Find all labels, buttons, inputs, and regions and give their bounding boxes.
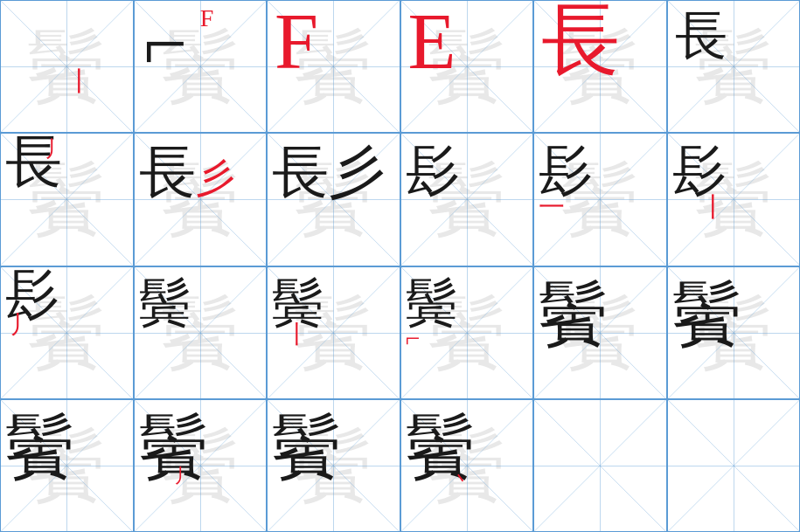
cell-24-empty bbox=[667, 399, 801, 532]
cell-11: 鬢 髟 一 bbox=[533, 133, 667, 266]
cell-16: 鬢 鬓 ⌐ bbox=[400, 266, 534, 399]
cell-6: 鬢 長 bbox=[667, 0, 801, 133]
cell-10: 鬢 髟 bbox=[400, 133, 534, 266]
svg-line-45 bbox=[534, 400, 665, 531]
cell-22: 鬢 鬢 丶 bbox=[400, 399, 534, 532]
cell-23-empty bbox=[533, 399, 667, 532]
cell-8: 鬢 長彡 bbox=[134, 133, 268, 266]
svg-line-44 bbox=[534, 400, 665, 531]
cell-21: 鬢 鬢 bbox=[267, 399, 400, 532]
cell-7: 鬢 長 丿 bbox=[0, 133, 134, 266]
cell-2: 鬢 ⌐ F bbox=[134, 0, 268, 133]
svg-line-47 bbox=[668, 400, 799, 531]
svg-line-46 bbox=[668, 400, 799, 531]
cell-14: 鬢 鬓 bbox=[134, 266, 268, 399]
cell-9: 鬢 長彡 bbox=[267, 133, 400, 266]
cell-1: 鬢 丨 bbox=[0, 0, 134, 133]
cell-19: 鬢 鬢 bbox=[0, 399, 134, 532]
cell-18: 鬢 鬢 bbox=[667, 266, 801, 399]
cell-17: 鬢 鬢 bbox=[533, 266, 667, 399]
cell-15: 鬢 鬓 丨 bbox=[267, 266, 400, 399]
stroke-order-grid: 鬢 丨 鬢 ⌐ F 鬢 F bbox=[0, 0, 800, 532]
cell-4: 鬢 E bbox=[400, 0, 534, 133]
cell-3: 鬢 F bbox=[267, 0, 400, 133]
cell-5: 鬢 長 bbox=[533, 0, 667, 133]
cell-12: 鬢 髟 丨 bbox=[667, 133, 801, 266]
cell-13: 鬢 髟 丿 bbox=[0, 266, 134, 399]
cell-20: 鬢 鬢 丿 bbox=[134, 399, 268, 532]
